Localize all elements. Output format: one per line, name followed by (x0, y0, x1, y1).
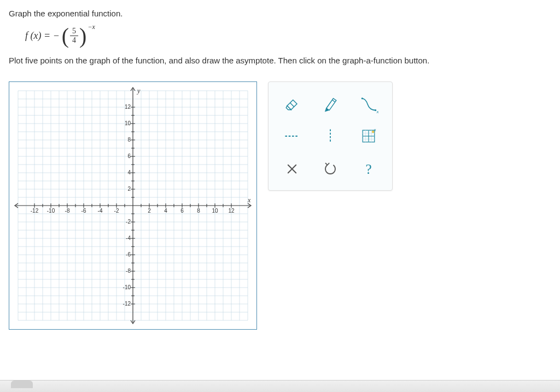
equation-lhs: f (x) = − (25, 30, 60, 42)
y-tick-label: -10 (123, 284, 131, 290)
y-tick-label: 4 (127, 169, 131, 175)
svg-line-106 (290, 103, 294, 107)
x-axis-label: x (247, 196, 251, 204)
right-paren: ) (79, 27, 86, 45)
svg-text:x: x (376, 109, 378, 113)
horizontal-asymptote-icon (282, 126, 302, 146)
y-tick-label: -12 (123, 301, 131, 307)
pen-tool[interactable] (316, 91, 345, 116)
y-tick-label: 6 (127, 153, 131, 159)
help-button[interactable]: ? (354, 156, 383, 182)
vertical-asymptote-tool[interactable] (316, 124, 345, 149)
fraction-denominator: 4 (70, 36, 78, 45)
y-tick-label: -4 (126, 235, 131, 241)
graph-panel[interactable]: -12 -10 -8 -6 -4 -2 2 4 6 8 10 12 12 10 … (9, 81, 257, 330)
clear-button[interactable] (277, 156, 307, 182)
y-tick-label: -6 (126, 251, 131, 258)
x-tick-label: -8 (65, 208, 70, 214)
y-tick-label: 8 (127, 137, 131, 143)
y-tick-label: -2 (126, 219, 131, 225)
tool-palette: x (268, 81, 393, 191)
curve-tool[interactable]: x (354, 91, 383, 116)
instruction-text: Plot five points on the graph of the fun… (9, 56, 551, 65)
x-tick-label: 4 (164, 208, 167, 214)
svg-line-107 (332, 100, 335, 102)
coordinate-grid[interactable]: -12 -10 -8 -6 -4 -2 2 4 6 8 10 12 12 10 … (13, 85, 253, 326)
svg-point-108 (361, 97, 363, 99)
undo-button[interactable] (316, 156, 345, 182)
vertical-asymptote-icon (320, 126, 340, 146)
equation-display: f (x) = − ( 5 4 ) −x (25, 27, 551, 45)
x-tick-label: -12 (31, 208, 39, 214)
clear-icon (282, 159, 302, 179)
pen-icon (320, 93, 340, 113)
x-tick-label: 12 (228, 208, 235, 214)
x-tick-label: 2 (148, 208, 151, 214)
svg-text:x: x (374, 127, 376, 132)
graph-function-button[interactable]: x (354, 124, 383, 149)
eraser-tool[interactable] (277, 91, 307, 116)
fraction-numerator: 5 (70, 27, 78, 36)
y-tick-label: -8 (126, 268, 131, 274)
question-prompt: Graph the exponential function. (9, 9, 551, 18)
x-tick-label: -6 (81, 208, 86, 214)
y-tick-label: 10 (125, 120, 131, 126)
x-tick-label: -10 (47, 208, 55, 214)
y-tick-label: 2 (127, 186, 131, 192)
x-tick-label: 8 (197, 208, 200, 214)
x-tick-label: 10 (212, 208, 218, 214)
equation-exponent: −x (88, 23, 95, 31)
y-axis-label: y (137, 87, 141, 95)
x-tick-label: 6 (180, 208, 184, 214)
svg-text:?: ? (365, 162, 371, 177)
left-paren: ( (62, 27, 69, 45)
y-tick-label: 12 (125, 104, 131, 110)
undo-icon (320, 159, 340, 179)
curve-icon: x (359, 93, 378, 113)
x-tick-label: -2 (114, 208, 119, 214)
horizontal-asymptote-tool[interactable] (277, 124, 307, 149)
help-icon: ? (359, 159, 378, 179)
eraser-icon (282, 93, 302, 113)
graph-function-icon: x (359, 126, 378, 146)
x-tick-label: -4 (98, 208, 103, 214)
